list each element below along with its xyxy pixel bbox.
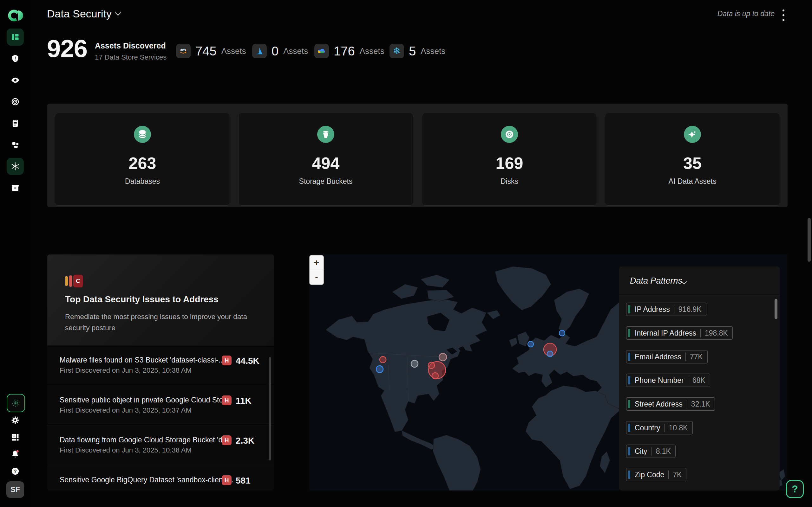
card-storage-buckets[interactable]: 494 Storage Buckets [238, 113, 413, 206]
gcp-icon [314, 44, 329, 58]
pattern-chip-ip-address[interactable]: IP Address 916.9K [626, 302, 706, 316]
pattern-chip-city[interactable]: City 8.1K [626, 445, 676, 458]
assets-total: 926 [47, 34, 87, 63]
world-map[interactable]: + - Data Patterns IP Address 916.9K Inte… [309, 255, 787, 491]
map-data-bubble[interactable] [432, 373, 438, 379]
assets-total-labels: Assets Discovered 17 Data Store Services [95, 41, 166, 61]
question-circle-icon: ? [11, 467, 20, 475]
patterns-scrollbar[interactable] [774, 299, 777, 319]
card-databases[interactable]: 263 Databases [55, 113, 230, 206]
pattern-chip-street[interactable]: Street Address 32.1K [626, 397, 715, 411]
data-patterns-title[interactable]: Data Patterns [630, 276, 682, 286]
gear-icon [11, 416, 20, 425]
ai-data-assets-label: AI Data Assets [605, 177, 780, 186]
sidebar-item-target[interactable] [7, 93, 24, 110]
sidebar-item-ai[interactable] [7, 158, 24, 175]
gcp-count: 176 [334, 44, 355, 58]
bucket-icon [317, 126, 334, 143]
sidebar-item-apps[interactable] [7, 429, 24, 446]
issue-count: 581 [236, 475, 251, 486]
cyera-logo[interactable] [8, 7, 24, 23]
chevron-down-icon[interactable] [115, 12, 121, 16]
issues-scrollbar[interactable] [269, 357, 271, 460]
page-scrollbar[interactable] [808, 218, 811, 262]
card-disks[interactable]: 169 Disks [422, 113, 597, 206]
zoom-in-button[interactable]: + [310, 256, 323, 270]
severity-badge: H [222, 475, 232, 485]
sidebar-item-ai-assistant[interactable] [7, 394, 25, 412]
azure-label: Assets [283, 46, 308, 56]
pattern-chip-phone[interactable]: Phone Number 68K [626, 374, 710, 387]
map-data-bubble[interactable] [559, 330, 565, 336]
snowflake-count: 5 [409, 44, 416, 58]
pattern-color-bar [628, 376, 630, 384]
archive-box-icon [11, 183, 20, 192]
map-data-bubble[interactable] [428, 362, 435, 369]
issue-row[interactable]: Sensitive public object in private Googl… [47, 385, 274, 425]
disks-count: 169 [422, 154, 597, 173]
page-title[interactable]: Data Security [47, 8, 112, 20]
issue-row[interactable]: Data flowing from Google Cloud Storage B… [47, 425, 274, 465]
map-data-bubble[interactable] [528, 341, 534, 347]
map-data-bubble[interactable] [411, 360, 418, 367]
gcp-label: Assets [360, 46, 385, 56]
pattern-color-bar [628, 447, 630, 455]
severity-badge: H [222, 395, 232, 405]
card-ai-data-assets[interactable]: 35 AI Data Assets [605, 113, 780, 206]
sparkle-icon [684, 126, 701, 143]
map-data-bubble[interactable] [547, 351, 553, 357]
aws-count: 745 [195, 44, 217, 58]
issue-title: Malware files found on S3 Bucket 'datase… [60, 356, 224, 364]
sidebar-item-issues[interactable] [7, 50, 24, 67]
pattern-color-bar [628, 424, 630, 432]
databases-label: Databases [55, 177, 230, 186]
clipboard-icon [11, 119, 20, 128]
ai-dots-icon [11, 399, 20, 407]
issue-row[interactable]: Sensitive Google BigQuery Dataset 'sandb… [47, 465, 274, 491]
sidebar-item-help[interactable]: ? [7, 463, 24, 480]
kebab-menu[interactable] [780, 9, 787, 21]
sidebar-item-components[interactable] [7, 136, 24, 153]
shield-alert-icon [11, 54, 20, 63]
bell-icon [11, 450, 20, 458]
sidebar-item-reports[interactable] [7, 115, 24, 132]
map-zoom-control: + - [309, 255, 324, 285]
pattern-chip-country[interactable]: Country 10.8K [626, 421, 693, 435]
pattern-color-bar [628, 400, 630, 408]
storage-buckets-label: Storage Buckets [239, 177, 413, 186]
map-data-bubble[interactable] [439, 353, 447, 361]
pattern-chip-zip[interactable]: Zip Code 7K [626, 468, 687, 481]
zoom-out-button[interactable]: - [310, 270, 323, 285]
issue-title: Sensitive Google BigQuery Dataset 'sandb… [60, 475, 234, 484]
pattern-chip-email[interactable]: Email Address 77K [626, 350, 708, 363]
snowflake-icon: ❄ [390, 44, 404, 58]
issue-title: Data flowing from Google Cloud Storage B… [60, 436, 229, 444]
sidebar-item-settings[interactable] [7, 412, 24, 429]
issue-title: Sensitive public object in private Googl… [60, 396, 231, 404]
chevron-down-icon[interactable] [681, 281, 687, 285]
sidebar-item-visibility[interactable] [7, 72, 24, 89]
aws-label: Assets [221, 46, 246, 56]
map-data-bubble[interactable] [376, 366, 383, 373]
help-button[interactable]: ? [786, 480, 804, 498]
issue-count: 44.5K [236, 356, 259, 366]
azure-count: 0 [271, 44, 278, 58]
top-issues-header: C Top Data Security Issues to Address Re… [47, 255, 274, 345]
user-avatar[interactable]: SF [6, 481, 24, 498]
issue-date: First Discovered on Jun 3, 2025, 10:38 A… [60, 366, 192, 375]
severity-stack-icon: C [65, 275, 83, 287]
pattern-color-bar [628, 470, 630, 479]
databases-count: 263 [55, 154, 230, 173]
pattern-color-bar [628, 305, 630, 314]
sidebar-item-archive[interactable] [7, 179, 24, 196]
sidebar-item-notifications[interactable] [7, 446, 24, 463]
pattern-chip-internal-ip[interactable]: Internal IP Address 198.8K [626, 326, 733, 340]
database-icon [134, 126, 151, 143]
issue-date: First Discovered on Jun 3, 2025, 10:38 A… [60, 446, 192, 454]
issues-list: Malware files found on S3 Bucket 'datase… [47, 345, 274, 491]
top-issues-panel: C Top Data Security Issues to Address Re… [47, 255, 274, 491]
sidebar-item-dashboard[interactable] [7, 29, 24, 46]
map-data-bubble[interactable] [380, 356, 386, 363]
sidebar: ? SF [0, 0, 31, 507]
issue-row[interactable]: Malware files found on S3 Bucket 'datase… [47, 345, 274, 385]
